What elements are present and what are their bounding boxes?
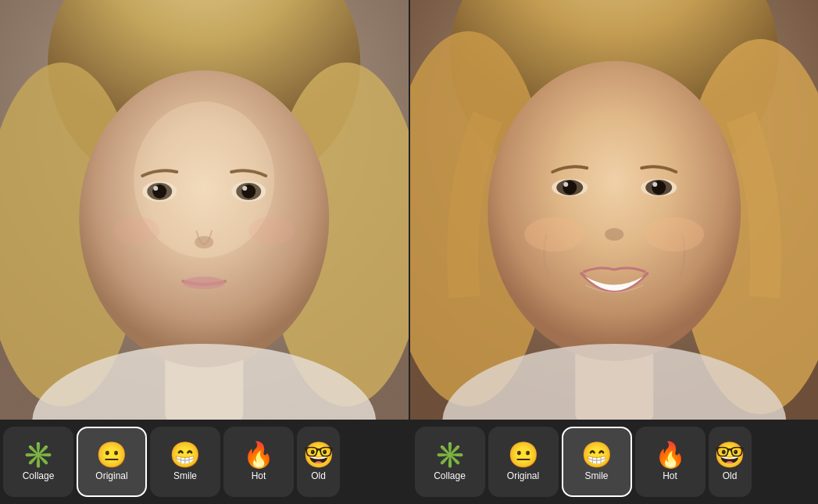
smile-icon-left: 😁 — [170, 442, 201, 467]
hot-icon-left: 🔥 — [243, 442, 274, 467]
svg-point-29 — [645, 217, 704, 252]
collage-btn-left[interactable]: ✳️ Collage — [3, 427, 73, 497]
collage-icon-left: ✳️ — [23, 442, 54, 467]
old-btn-right[interactable]: 🤓 Old — [709, 427, 752, 497]
toolbar-divider — [409, 431, 410, 493]
svg-point-37 — [652, 182, 657, 187]
old-label-left: Old — [311, 470, 326, 481]
main-content — [0, 0, 818, 420]
original-label-right: Original — [507, 470, 539, 481]
original-btn-left[interactable]: 😐 Original — [77, 427, 147, 497]
right-face-svg — [410, 0, 819, 420]
svg-point-17 — [183, 277, 225, 289]
hot-btn-right[interactable]: 🔥 Hot — [635, 427, 705, 497]
right-photo-bg — [410, 0, 819, 420]
svg-point-19 — [248, 216, 295, 245]
svg-point-11 — [153, 186, 158, 191]
old-icon-right: 🤓 — [714, 442, 745, 467]
smile-btn-right[interactable]: 😁 Smile — [562, 427, 632, 497]
svg-point-38 — [605, 228, 623, 241]
collage-label-right: Collage — [434, 470, 466, 481]
collage-icon-right: ✳️ — [434, 442, 466, 467]
svg-point-33 — [563, 182, 568, 187]
left-toolbar: ✳️ Collage 😐 Original 😁 Smile 🔥 Hot 🤓 Ol… — [3, 427, 404, 497]
collage-btn-right[interactable]: ✳️ Collage — [415, 427, 485, 497]
toolbar: ✳️ Collage 😐 Original 😁 Smile 🔥 Hot 🤓 Ol… — [0, 420, 818, 504]
left-face-svg — [0, 0, 409, 420]
left-photo-panel — [0, 0, 409, 420]
panel-divider — [409, 0, 410, 420]
svg-point-16 — [195, 236, 213, 248]
left-photo-bg — [0, 0, 409, 420]
original-label-left: Original — [95, 470, 127, 481]
hot-icon-right: 🔥 — [655, 442, 686, 467]
svg-point-28 — [524, 217, 584, 252]
svg-point-15 — [242, 186, 247, 191]
old-btn-left[interactable]: 🤓 Old — [297, 427, 340, 497]
original-icon-left: 😐 — [96, 442, 127, 467]
original-icon-right: 😐 — [508, 442, 539, 467]
smile-label-right: Smile — [584, 470, 608, 481]
original-btn-right[interactable]: 😐 Original — [488, 427, 559, 497]
right-photo-panel — [410, 0, 819, 420]
smile-label-left: Smile — [173, 470, 197, 481]
old-icon-left: 🤓 — [303, 442, 334, 467]
hot-btn-left[interactable]: 🔥 Hot — [223, 427, 294, 497]
smile-btn-left[interactable]: 😁 Smile — [150, 427, 220, 497]
collage-label-left: Collage — [23, 470, 55, 481]
smile-icon-right: 😁 — [581, 442, 613, 467]
hot-label-right: Hot — [663, 470, 677, 481]
old-label-right: Old — [723, 470, 738, 481]
hot-label-left: Hot — [252, 470, 266, 481]
svg-point-18 — [113, 216, 159, 245]
right-toolbar: ✳️ Collage 😐 Original 😁 Smile 🔥 Hot 🤓 Ol… — [415, 427, 816, 497]
svg-point-27 — [488, 61, 741, 361]
